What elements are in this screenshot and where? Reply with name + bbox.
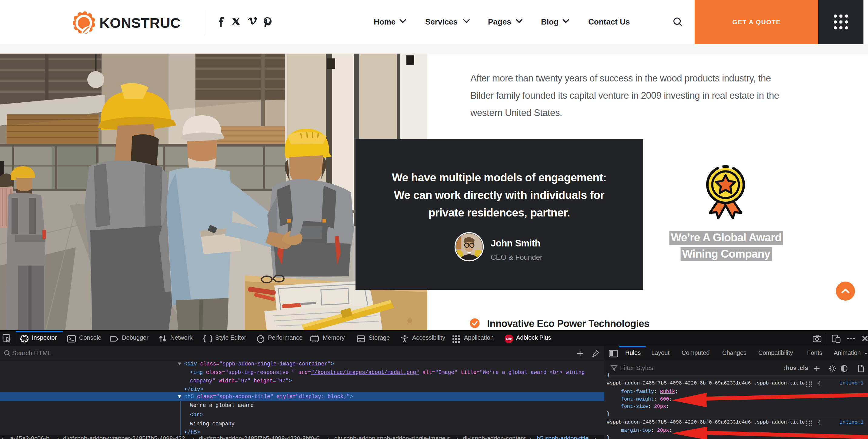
svg-text:ABP: ABP — [505, 338, 512, 341]
